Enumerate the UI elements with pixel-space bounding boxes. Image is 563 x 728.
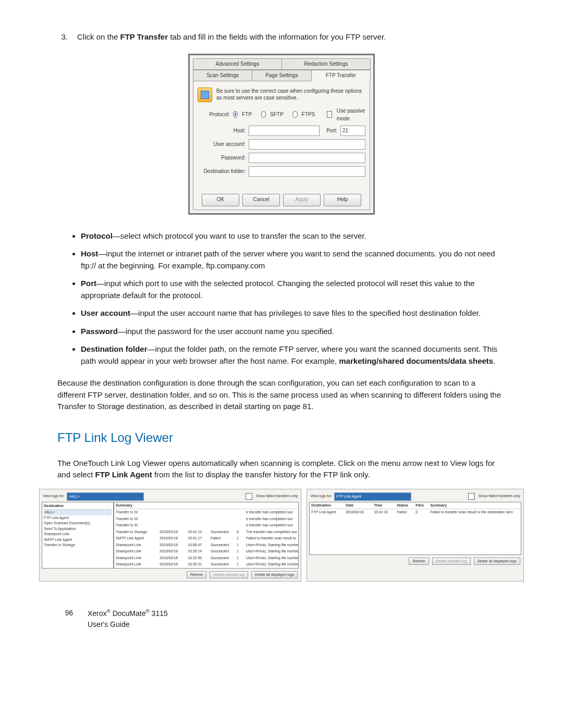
radio-sftp[interactable] [261,111,266,118]
step-3: 3. Click on the FTP Transfer tab and fil… [57,31,506,43]
note-icon [198,88,212,102]
user-input[interactable] [249,139,365,150]
log-viewer-screenshots: View logs for: <ALL> Show failed transfe… [39,489,524,582]
destination-input[interactable] [249,166,365,177]
apply-button[interactable]: Apply [283,194,321,206]
tab-row-top: Advanced Settings Redaction Settings [193,58,370,70]
tab-page[interactable]: Page Settings [252,70,311,81]
field-descriptions: Protocol—select which protocol you want … [57,230,506,367]
table-row[interactable]: Transfer to Ste transfer has completed s… [114,522,298,529]
log-panel-ftp: View logs for: FTP Link Agent Show faile… [307,489,524,582]
help-button[interactable]: Help [324,194,361,206]
table-row[interactable]: Sharepoint Link2010/02/1810:35:31Succeed… [114,561,298,568]
dropdown-list-left: Destination <ALL> FTP Link Agent Open Sc… [42,502,114,569]
table-row[interactable]: Sharepoint Link2010/02/1810:30:14Succeed… [114,548,298,555]
delete-all-button-left[interactable]: Delete all displayed logs [251,571,298,579]
ok-button[interactable]: OK [202,194,239,206]
password-input[interactable] [249,153,365,163]
delete-selected-button-right[interactable]: Delete selected log [432,558,471,565]
chevron-down-icon [407,495,410,497]
heading-log-viewer: FTP Link Log Viewer [57,428,506,447]
chevron-down-icon [139,495,142,497]
case-sensitive-note: Be sure to use the correct case when con… [195,83,368,105]
page-number: 96 [57,608,73,619]
refresh-button-right[interactable]: Refresh [409,558,429,565]
bullet-host: Host—input the internet or intranet path… [81,248,506,272]
table-row[interactable]: Sharepoint Link2010/02/1810:00:47Succeed… [114,542,298,549]
tab-redaction[interactable]: Redaction Settings [282,58,371,70]
paragraph-logviewer: The OneTouch Link Log Viewer opens autom… [57,458,506,481]
bullet-user: User account—input the user account name… [81,307,506,319]
log-panel-all: View logs for: <ALL> Show failed transfe… [39,489,301,582]
step-number: 3. [57,31,68,43]
checkbox-failedonly-left[interactable] [246,493,252,500]
product-name: Xerox® DocuMate® 3115 [88,608,168,619]
table-row[interactable]: Transfer to Ste transfer has completed s… [114,516,298,523]
step-text: Click on the FTP Transfer tab and fill i… [77,31,386,43]
refresh-button-left[interactable]: Refresh [187,571,207,579]
table-row[interactable]: Sharepoint Link2010/02/1810:32:56Succeed… [114,555,298,562]
tab-advanced[interactable]: Advanced Settings [193,58,282,70]
bullet-protocol: Protocol—select which protocol you want … [81,230,506,242]
paragraph-config: Because the destination configuration is… [57,377,506,413]
bullet-destination: Destination folder—input the folder path… [81,343,506,367]
radio-ftps[interactable] [292,111,297,118]
bullet-port: Port—input which port to use with the se… [81,278,506,301]
tab-ftp[interactable]: FTP Transfer [311,70,371,81]
checkbox-passive[interactable] [327,111,332,118]
checkbox-failedonly-right[interactable] [468,493,475,500]
bullet-password: Password—input the password for the user… [81,326,506,338]
table-row[interactable]: SMTP Link Agent2010/02/1810:41:17Failed1… [114,535,298,542]
protocol-row: Protocol: FTP SFTP FTPS Use passive mode [195,105,368,124]
tab-row-bottom: Scan Settings Page Settings FTP Transfer [193,70,370,81]
ftp-transfer-dialog: Advanced Settings Redaction Settings Sca… [188,54,375,215]
port-input[interactable]: 21 [340,126,365,136]
table-row[interactable]: FTP Link Agent 2010/02/18 10:41:16 Faile… [310,509,521,516]
host-input[interactable] [249,126,320,136]
delete-all-button-right[interactable]: Delete all displayed logs [474,558,521,565]
cancel-button[interactable]: Cancel [242,194,280,206]
table-row[interactable]: Transfer to Storage2010/02/1810:41:13Suc… [114,529,298,536]
radio-ftp[interactable] [233,111,238,118]
viewfor-dropdown-left[interactable]: <ALL> [67,492,144,501]
doc-title: User's Guide [88,619,168,630]
tab-scan[interactable]: Scan Settings [193,70,252,81]
viewfor-dropdown-right[interactable]: FTP Link Agent [334,492,411,501]
delete-selected-button-left[interactable]: Delete selected log [210,571,248,579]
page-footer: 96 Xerox® DocuMate® 3115 User's Guide [57,608,506,630]
table-row[interactable]: Transfer to Ste transfer has completed s… [114,509,298,516]
